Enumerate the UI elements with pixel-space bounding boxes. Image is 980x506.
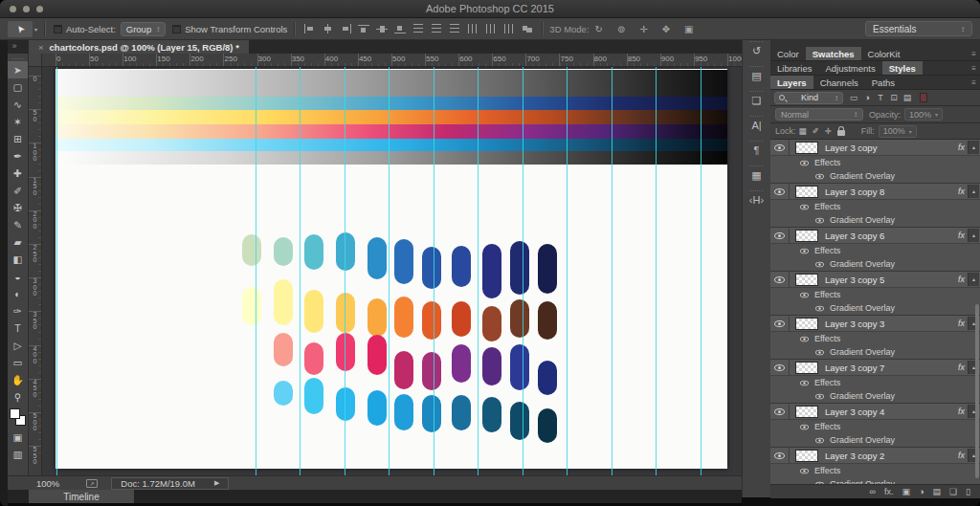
collapse-effects-icon[interactable]: ▴ bbox=[968, 185, 979, 198]
filter-shape-layers-icon[interactable]: ⊡ bbox=[887, 93, 901, 102]
color-pill[interactable] bbox=[304, 290, 323, 333]
distribute-horizontal-centers-icon[interactable] bbox=[485, 24, 497, 33]
pen-tool-icon[interactable]: ✑ bbox=[8, 302, 28, 319]
color-pill[interactable] bbox=[394, 297, 413, 338]
align-top-edges-icon[interactable] bbox=[358, 24, 369, 33]
healing-brush-tool-icon[interactable]: ✚ bbox=[8, 165, 28, 182]
visibility-eye-icon[interactable] bbox=[800, 159, 809, 165]
gradient-overlay-row[interactable]: Gradient Overlay bbox=[770, 389, 980, 403]
visibility-eye-icon[interactable] bbox=[774, 143, 785, 152]
color-pill[interactable] bbox=[336, 293, 355, 333]
color-pill[interactable] bbox=[336, 232, 355, 271]
distribute-top-edges-icon[interactable] bbox=[412, 24, 424, 33]
eyedropper-tool-icon[interactable]: ✒ bbox=[8, 147, 28, 165]
paragraph-panel-icon[interactable]: ¶ bbox=[743, 140, 770, 165]
visibility-eye-icon[interactable] bbox=[815, 304, 824, 311]
visibility-cell[interactable] bbox=[770, 140, 790, 155]
visibility-eye-icon[interactable] bbox=[815, 260, 824, 267]
visibility-cell[interactable] bbox=[770, 272, 790, 287]
color-pill[interactable] bbox=[482, 397, 501, 432]
quick-mask-icon[interactable]: ▣ bbox=[8, 429, 28, 446]
color-pill[interactable] bbox=[482, 306, 501, 341]
marquee-tool-icon[interactable]: ▢ bbox=[8, 78, 28, 96]
layer-row[interactable]: Layer 3 copy 5fx▴ bbox=[770, 272, 980, 288]
color-pill[interactable] bbox=[422, 301, 441, 340]
color-pill[interactable] bbox=[538, 244, 557, 294]
tab-colorkit[interactable]: ColorKit bbox=[861, 47, 907, 60]
guide-line[interactable] bbox=[701, 67, 702, 475]
history-brush-tool-icon[interactable]: ✎ bbox=[8, 216, 28, 233]
color-pill[interactable] bbox=[304, 378, 323, 414]
link-layers-icon[interactable]: ∞ bbox=[870, 487, 876, 496]
color-pill[interactable] bbox=[242, 287, 261, 325]
visibility-eye-icon[interactable] bbox=[815, 480, 824, 484]
align-horizontal-centers-icon[interactable] bbox=[322, 24, 333, 33]
visibility-eye-icon[interactable] bbox=[800, 203, 809, 209]
visibility-eye-icon[interactable] bbox=[800, 423, 809, 429]
color-themes-panel-icon[interactable]: ‹H› bbox=[743, 189, 770, 214]
color-pill[interactable] bbox=[336, 387, 355, 421]
color-pill[interactable] bbox=[422, 352, 441, 390]
auto-select-mode-select[interactable]: Group↕ bbox=[121, 22, 166, 36]
3d-slide-icon[interactable]: ✥ bbox=[662, 24, 670, 34]
color-pill[interactable] bbox=[304, 234, 323, 270]
panel-menu-icon[interactable]: ≡ bbox=[971, 61, 980, 75]
type-tool-icon[interactable]: T bbox=[8, 319, 28, 337]
filter-pixel-layers-icon[interactable]: ▭ bbox=[847, 93, 860, 102]
fill-value[interactable]: 100%▾ bbox=[879, 125, 917, 138]
gradient-overlay-row[interactable]: Gradient Overlay bbox=[770, 433, 980, 447]
doc-size-info[interactable]: Doc: 1.72M/19.0M ▶ bbox=[111, 477, 229, 490]
auto-align-layers-icon[interactable] bbox=[522, 24, 533, 33]
effects-row[interactable]: Effects bbox=[770, 376, 980, 389]
layer-thumbnail[interactable] bbox=[795, 318, 818, 330]
blur-tool-icon[interactable]: ◒ bbox=[8, 268, 28, 285]
history-panel-icon[interactable]: ↺ bbox=[743, 40, 770, 65]
effects-row[interactable]: Effects bbox=[770, 200, 980, 213]
visibility-eye-icon[interactable] bbox=[774, 275, 785, 284]
path-select-tool-icon[interactable]: ▷ bbox=[8, 337, 28, 354]
visibility-eye-icon[interactable] bbox=[774, 363, 785, 372]
layers-scrollbar[interactable] bbox=[975, 304, 979, 478]
distribute-left-edges-icon[interactable] bbox=[467, 24, 479, 33]
hand-tool-icon[interactable]: ✋ bbox=[8, 371, 28, 388]
lock-all-icon[interactable] bbox=[837, 130, 845, 136]
color-pill[interactable] bbox=[394, 351, 413, 389]
guide-line[interactable] bbox=[56, 67, 57, 475]
gradient-overlay-row[interactable]: Gradient Overlay bbox=[770, 213, 980, 227]
3d-camera-icon[interactable]: ▣ bbox=[684, 24, 693, 34]
filter-type-select[interactable]: Kind ↕ bbox=[774, 92, 843, 104]
vertical-ruler[interactable]: 050100150200250300350400450500550 bbox=[29, 67, 42, 475]
color-pill[interactable] bbox=[394, 239, 413, 284]
canvas-viewport[interactable] bbox=[42, 67, 742, 475]
device-preview-panel-icon[interactable]: ▤ bbox=[743, 65, 770, 90]
color-pill[interactable] bbox=[452, 395, 471, 430]
color-pill[interactable] bbox=[422, 395, 441, 432]
effects-row[interactable]: Effects bbox=[770, 332, 980, 345]
guide-line[interactable] bbox=[656, 67, 657, 475]
layer-thumbnail[interactable] bbox=[795, 406, 818, 418]
layer-row[interactable]: Layer 3 copy 4fx▴ bbox=[770, 404, 980, 420]
color-pill[interactable] bbox=[368, 335, 387, 375]
horizontal-ruler[interactable]: 0501001502002503003504004505005506006507… bbox=[42, 54, 742, 67]
layer-row[interactable]: Layer 3 copy 7fx▴ bbox=[770, 360, 980, 376]
gradient-tool-icon[interactable]: ◧ bbox=[8, 251, 28, 268]
layer-thumbnail[interactable] bbox=[795, 186, 818, 198]
align-right-edges-icon[interactable] bbox=[340, 24, 351, 33]
layer-mask-icon[interactable]: ▣ bbox=[902, 487, 911, 496]
guide-line[interactable] bbox=[567, 67, 568, 475]
new-layer-icon[interactable]: ❏ bbox=[949, 487, 957, 496]
blend-mode-select[interactable]: Normal↕ bbox=[775, 108, 863, 121]
visibility-eye-icon[interactable] bbox=[815, 172, 824, 179]
tab-channels[interactable]: Channels bbox=[813, 76, 865, 89]
visibility-eye-icon[interactable] bbox=[800, 379, 809, 385]
3d-orbit-icon[interactable]: ↻ bbox=[595, 24, 603, 34]
effects-row[interactable]: Effects bbox=[770, 420, 980, 433]
tab-libraries[interactable]: Libraries bbox=[770, 61, 818, 75]
opacity-value[interactable]: 100%▾ bbox=[904, 108, 943, 121]
foreground-color-swatch[interactable] bbox=[10, 408, 20, 419]
guide-line[interactable] bbox=[389, 67, 390, 475]
color-pill[interactable] bbox=[274, 279, 293, 325]
visibility-cell[interactable] bbox=[770, 228, 790, 243]
layer-thumbnail[interactable] bbox=[795, 230, 818, 242]
visibility-cell[interactable] bbox=[770, 448, 790, 463]
